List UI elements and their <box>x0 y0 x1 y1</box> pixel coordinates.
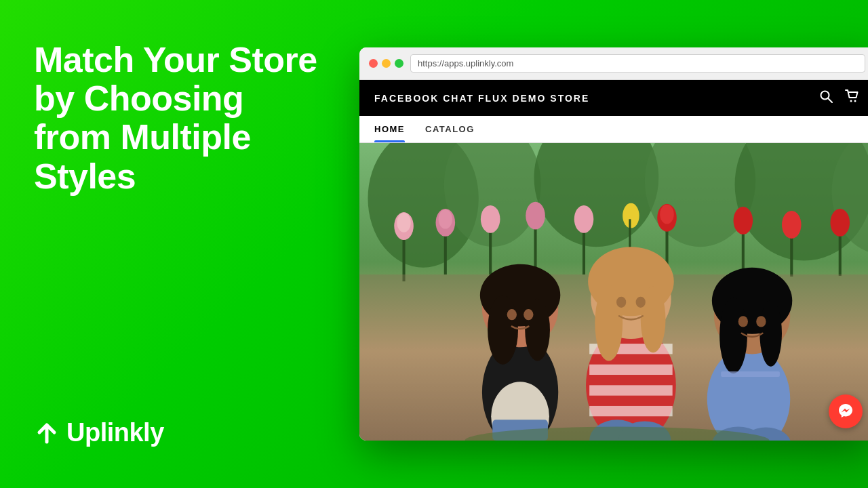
store-title: FACEBOOK CHAT FLUX DEMO STORE <box>374 93 589 104</box>
svg-point-51 <box>595 285 623 361</box>
svg-point-3 <box>854 100 856 102</box>
nav-item-home[interactable]: HOME <box>374 116 405 142</box>
svg-rect-46 <box>589 365 673 375</box>
search-icon[interactable] <box>819 89 833 106</box>
svg-point-31 <box>830 209 850 237</box>
svg-point-25 <box>526 202 545 230</box>
store-header-icons <box>819 89 860 106</box>
svg-point-54 <box>636 297 646 308</box>
browser-dots <box>369 59 403 68</box>
browser-window: https://apps.uplinkly.com FACEBOOK CHAT … <box>359 47 868 441</box>
dot-red[interactable] <box>369 59 378 68</box>
svg-point-53 <box>616 297 626 308</box>
svg-point-2 <box>850 100 852 102</box>
browser-chrome: https://apps.uplinkly.com <box>359 47 868 80</box>
logo-area: Uplinkly <box>34 418 319 447</box>
headline: Match Your Store by Choosing from Multip… <box>34 41 319 196</box>
messenger-button[interactable] <box>829 394 863 428</box>
svg-point-38 <box>488 296 518 365</box>
logo-text: Uplinkly <box>66 418 164 447</box>
store-nav: HOME CATALOG <box>359 116 868 143</box>
uplinkly-arrow-icon <box>34 420 60 446</box>
svg-point-26 <box>574 205 594 233</box>
svg-point-32 <box>623 203 639 228</box>
page-container: Match Your Store by Choosing from Multip… <box>0 0 868 488</box>
url-bar[interactable]: https://apps.uplinkly.com <box>410 54 865 73</box>
url-text: https://apps.uplinkly.com <box>418 58 513 68</box>
svg-point-52 <box>641 286 666 352</box>
svg-point-23 <box>439 209 452 229</box>
store-hero <box>359 143 868 441</box>
svg-point-40 <box>507 309 517 320</box>
right-panel: https://apps.uplinkly.com FACEBOOK CHAT … <box>359 47 868 441</box>
svg-line-1 <box>828 98 832 102</box>
cart-icon[interactable] <box>845 89 860 106</box>
left-panel: Match Your Store by Choosing from Multip… <box>34 27 319 461</box>
store-header: FACEBOOK CHAT FLUX DEMO STORE <box>359 80 868 116</box>
svg-rect-64 <box>721 371 780 377</box>
svg-point-62 <box>738 316 748 327</box>
svg-point-63 <box>756 316 766 327</box>
svg-rect-47 <box>589 385 673 395</box>
svg-point-21 <box>397 213 410 232</box>
svg-point-60 <box>719 298 747 373</box>
svg-point-29 <box>734 207 753 235</box>
messenger-icon <box>837 403 854 420</box>
svg-rect-48 <box>589 406 673 416</box>
hero-image <box>359 143 868 441</box>
dot-yellow[interactable] <box>382 59 391 68</box>
nav-item-catalog[interactable]: CATALOG <box>425 116 475 142</box>
svg-point-39 <box>525 299 550 361</box>
svg-point-28 <box>660 205 673 224</box>
svg-point-30 <box>782 211 802 239</box>
svg-point-24 <box>481 205 500 233</box>
svg-point-41 <box>524 309 533 320</box>
dot-green[interactable] <box>395 59 403 68</box>
